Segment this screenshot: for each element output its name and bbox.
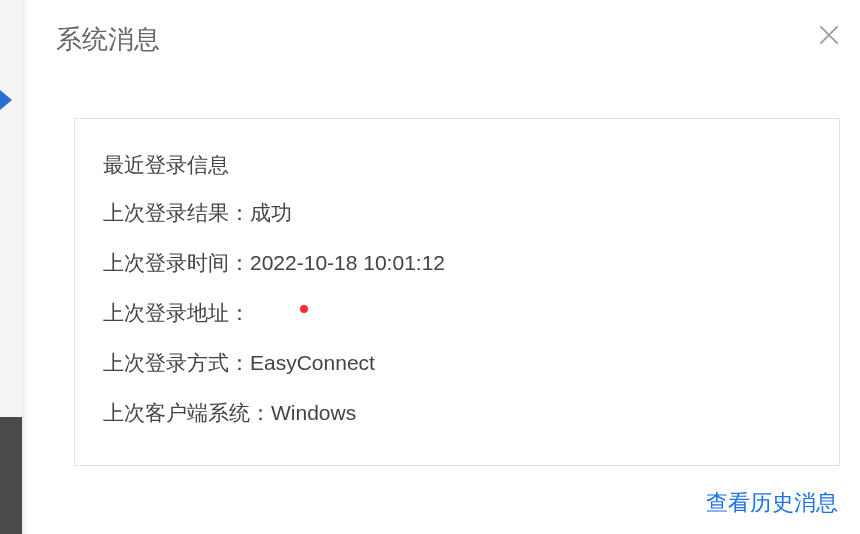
- left-bottom-dark: [0, 417, 22, 534]
- label-last-login-address: 上次登录地址：: [103, 299, 250, 327]
- value-last-login-method: EasyConnect: [250, 351, 375, 375]
- row-last-login-address: 上次登录地址：: [103, 299, 811, 327]
- close-icon: [816, 22, 842, 48]
- left-arrow-indicator: [0, 90, 12, 110]
- label-last-client-os: 上次客户端系统：: [103, 399, 271, 427]
- login-info-panel: 最近登录信息 上次登录结果： 成功 上次登录时间： 2022-10-18 10:…: [74, 118, 840, 466]
- row-last-login-time: 上次登录时间： 2022-10-18 10:01:12: [103, 249, 811, 277]
- value-last-client-os: Windows: [271, 401, 356, 425]
- row-last-login-method: 上次登录方式： EasyConnect: [103, 349, 811, 377]
- login-info-heading: 最近登录信息: [103, 151, 811, 179]
- system-message-dialog: 系统消息 最近登录信息 上次登录结果： 成功 上次登录时间： 2022-10-1…: [28, 0, 860, 534]
- label-last-login-method: 上次登录方式：: [103, 349, 250, 377]
- value-last-login-result: 成功: [250, 199, 292, 227]
- dialog-title: 系统消息: [56, 22, 160, 57]
- red-dot-marker: [300, 305, 308, 313]
- row-last-login-result: 上次登录结果： 成功: [103, 199, 811, 227]
- value-last-login-time: 2022-10-18 10:01:12: [250, 251, 445, 275]
- label-last-login-result: 上次登录结果：: [103, 199, 250, 227]
- label-last-login-time: 上次登录时间：: [103, 249, 250, 277]
- view-history-link[interactable]: 查看历史消息: [706, 488, 838, 518]
- row-last-client-os: 上次客户端系统： Windows: [103, 399, 811, 427]
- close-button[interactable]: [816, 22, 842, 48]
